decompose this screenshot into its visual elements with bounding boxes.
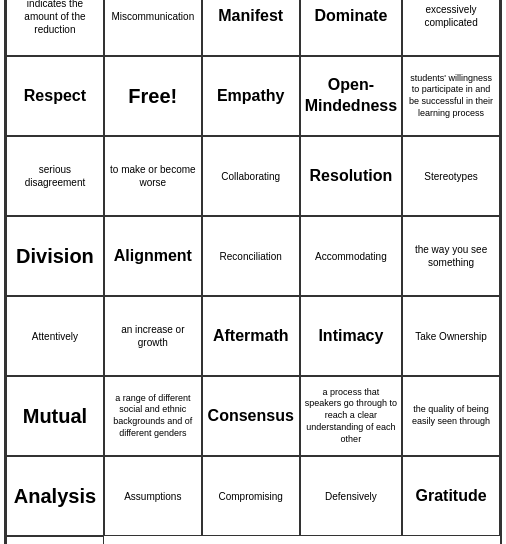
bingo-cell-21: an increase or growth [104, 296, 202, 376]
bingo-cell-30: Analysis [6, 456, 104, 536]
bingo-cell-14: Stereotypes [402, 136, 500, 216]
bingo-cell-35: Innovation [6, 536, 104, 544]
bingo-cell-17: Reconciliation [202, 216, 300, 296]
bingo-cell-31: Assumptions [104, 456, 202, 536]
bingo-cell-8: Open-Mindedness [300, 56, 402, 136]
bingo-cell-0: indicates the amount of the reduction [6, 0, 104, 56]
bingo-cell-7: Empathy [202, 56, 300, 136]
bingo-cell-26: a range of different social and ethnic b… [104, 376, 202, 456]
bingo-cell-10: serious disagreement [6, 136, 104, 216]
bingo-cell-6: Free! [104, 56, 202, 136]
bingo-cell-1: Miscommunication [104, 0, 202, 56]
bingo-cell-27: Consensus [202, 376, 300, 456]
bingo-cell-22: Aftermath [202, 296, 300, 376]
bingo-cell-28: a process that speakers go through to re… [300, 376, 402, 456]
bingo-cell-3: Dominate [300, 0, 402, 56]
bingo-cell-12: Collaborating [202, 136, 300, 216]
bingo-cell-32: Compromising [202, 456, 300, 536]
bingo-cell-5: Respect [6, 56, 104, 136]
bingo-cell-15: Division [6, 216, 104, 296]
bingo-cell-9: students' willingness to participate in … [402, 56, 500, 136]
bingo-cell-4: excessively complicated [402, 0, 500, 56]
bingo-cell-20: Attentively [6, 296, 104, 376]
bingo-cell-23: Intimacy [300, 296, 402, 376]
bingo-cell-25: Mutual [6, 376, 104, 456]
bingo-grid: indicates the amount of the reductionMis… [6, 0, 500, 544]
bingo-cell-19: the way you see something [402, 216, 500, 296]
bingo-cell-16: Alignment [104, 216, 202, 296]
bingo-cell-11: to make or become worse [104, 136, 202, 216]
bingo-cell-29: the quality of being easily seen through [402, 376, 500, 456]
bingo-cell-13: Resolution [300, 136, 402, 216]
bingo-cell-2: Manifest [202, 0, 300, 56]
bingo-card: BINGO indicates the amount of the reduct… [4, 0, 502, 544]
bingo-cell-18: Accommodating [300, 216, 402, 296]
bingo-cell-24: Take Ownership [402, 296, 500, 376]
bingo-cell-33: Defensively [300, 456, 402, 536]
bingo-cell-34: Gratitude [402, 456, 500, 536]
